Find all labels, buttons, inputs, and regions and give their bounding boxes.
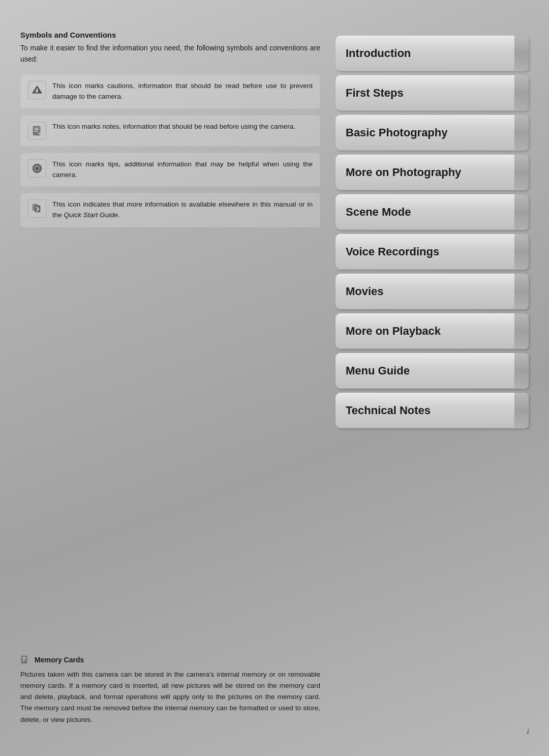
memory-note-icon: [20, 655, 30, 665]
nav-tab-5: [514, 234, 529, 270]
nav-item-6: Movies: [336, 274, 529, 309]
nav-button-scene-mode[interactable]: Scene Mode: [336, 194, 514, 230]
nav-tab-6: [514, 274, 529, 309]
nav-tab-8: [514, 353, 529, 389]
reference-text: This icon indicates that more informatio…: [52, 199, 313, 221]
icon-box-tip: This icon marks tips, additional informa…: [20, 153, 320, 187]
nav-item-3: More on Photography: [336, 155, 529, 190]
nav-tab-7: [514, 313, 529, 349]
tip-text: This icon marks tips, additional informa…: [52, 159, 313, 181]
nav-tab-3: [514, 155, 529, 190]
caution-text: This icon marks cautions, information th…: [52, 81, 313, 102]
icon-box-note: This icon marks notes, information that …: [20, 115, 320, 147]
nav-tab-1: [514, 75, 529, 111]
nav-item-5: Voice Recordings: [336, 234, 529, 270]
svg-rect-8: [35, 206, 40, 212]
nav-button-voice-recordings[interactable]: Voice Recordings: [336, 234, 514, 270]
svg-point-5: [36, 167, 39, 170]
symbols-section: Symbols and Conventions To make it easie…: [20, 31, 320, 234]
nav-button-movies[interactable]: Movies: [336, 274, 514, 309]
page-number: i: [527, 728, 529, 736]
nav-button-basic-photography[interactable]: Basic Photography: [336, 115, 514, 151]
right-column: IntroductionFirst StepsBasic Photography…: [336, 31, 529, 725]
nav-button-introduction[interactable]: Introduction: [336, 36, 514, 71]
note-text: This icon marks notes, information that …: [52, 122, 313, 132]
nav-item-7: More on Playback: [336, 313, 529, 349]
tip-icon: [28, 159, 46, 178]
memory-section: Memory Cards Pictures taken with this ca…: [20, 645, 320, 725]
icon-box-caution: ✓ This icon marks cautions, information …: [20, 74, 320, 109]
nav-tab-0: [514, 36, 529, 71]
reference-icon: [28, 199, 46, 218]
note-icon: [28, 122, 46, 140]
nav-item-4: Scene Mode: [336, 194, 529, 230]
left-column: Symbols and Conventions To make it easie…: [20, 31, 320, 725]
symbols-title: Symbols and Conventions: [20, 31, 320, 39]
nav-button-first-steps[interactable]: First Steps: [336, 75, 514, 111]
nav-item-9: Technical Notes: [336, 393, 529, 428]
nav-tab-9: [514, 393, 529, 428]
nav-item-8: Menu Guide: [336, 353, 529, 389]
memory-title: Memory Cards: [20, 655, 320, 665]
nav-button-technical-notes[interactable]: Technical Notes: [336, 393, 514, 428]
svg-rect-9: [21, 656, 27, 663]
icon-box-reference: This icon indicates that more informatio…: [20, 193, 320, 227]
symbols-intro: To make it easier to find the informatio…: [20, 42, 320, 65]
nav-button-more-on-playback[interactable]: More on Playback: [336, 313, 514, 349]
caution-icon: ✓: [28, 81, 46, 99]
memory-body: Pictures taken with this camera can be s…: [20, 669, 320, 725]
page-container: Symbols and Conventions To make it easie…: [0, 0, 549, 756]
nav-tab-2: [514, 115, 529, 151]
svg-text:✓: ✓: [35, 89, 39, 94]
nav-item-0: Introduction: [336, 36, 529, 71]
nav-tab-4: [514, 194, 529, 230]
nav-button-more-on-photography[interactable]: More on Photography: [336, 155, 514, 190]
nav-button-menu-guide[interactable]: Menu Guide: [336, 353, 514, 389]
nav-item-1: First Steps: [336, 75, 529, 111]
svg-point-6: [35, 166, 36, 167]
nav-item-2: Basic Photography: [336, 115, 529, 151]
